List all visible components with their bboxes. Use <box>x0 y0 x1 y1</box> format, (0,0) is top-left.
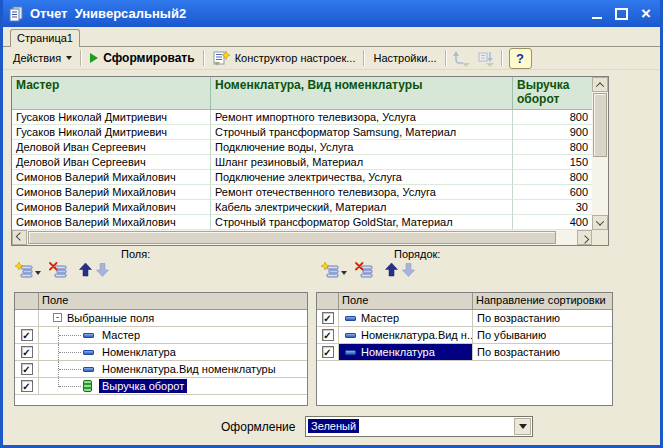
generate-label: Сформировать <box>103 51 194 65</box>
cell-nomenclature[interactable]: Подключение воды, Услуга <box>211 140 513 155</box>
checkbox[interactable]: ✓ <box>21 380 33 392</box>
cell-revenue[interactable]: 150 <box>513 155 592 170</box>
actions-button[interactable]: Действия <box>8 50 77 66</box>
delete-item-icon <box>355 262 374 278</box>
cell-revenue[interactable]: 900 <box>513 125 592 140</box>
cell-revenue[interactable]: 800 <box>513 140 592 155</box>
checkbox[interactable]: ✓ <box>21 346 33 358</box>
cell-revenue[interactable]: 400 <box>513 215 592 230</box>
tree-cell: Мастер <box>39 327 307 343</box>
checkbox[interactable]: ✓ <box>322 312 334 324</box>
tree-item-label[interactable]: Номенклатура.Вид номенклатуры <box>99 362 279 376</box>
minimize-button[interactable] <box>592 8 602 19</box>
tree-expander-icon[interactable]: - <box>53 313 62 322</box>
scrollbar-corner <box>592 230 608 245</box>
cell-revenue[interactable]: 600 <box>513 185 592 200</box>
tab-strip-line <box>3 46 660 47</box>
cell-nomenclature[interactable]: Строчный трансформатор GoldStar, Материа… <box>211 215 513 230</box>
order-field-cell[interactable]: Номенклатура <box>339 344 473 360</box>
order-field-cell[interactable]: Мастер <box>339 310 473 326</box>
checkbox[interactable]: ✓ <box>21 363 33 375</box>
fields-delete-button[interactable] <box>49 262 68 278</box>
scroll-left-button[interactable] <box>12 230 27 245</box>
order-move-down-button[interactable] <box>401 262 416 278</box>
order-list: ✓МастерПо возрастанию✓Номенклатура.Вид н… <box>317 310 612 361</box>
order-direction-cell[interactable]: По возрастанию <box>473 344 612 360</box>
cell-revenue[interactable]: 800 <box>513 170 592 185</box>
cell-nomenclature[interactable]: Ремонт отечественного телевизора, Услуга <box>211 185 513 200</box>
checkbox[interactable]: ✓ <box>21 329 33 341</box>
scroll-up-button[interactable] <box>592 77 608 92</box>
checkbox-column-header[interactable] <box>317 293 339 309</box>
settings-button[interactable]: Настройки... <box>368 50 441 66</box>
vertical-scrollbar[interactable] <box>592 77 608 230</box>
order-delete-button[interactable] <box>355 262 374 278</box>
settings-constructor-button[interactable]: Конструктор настроек... <box>208 48 361 68</box>
field-icon <box>345 350 356 355</box>
cell-nomenclature[interactable]: Шланг резиновый, Материал <box>211 155 513 170</box>
column-header-nomenclature[interactable]: Номенклатура, Вид номенклатуры <box>211 77 513 110</box>
design-combobox[interactable]: Зеленый <box>305 416 533 437</box>
fields-panel: Поле -Выбранные поля✓Мастер✓Номенклатура… <box>14 292 308 406</box>
order-direction-cell[interactable]: По убыванию <box>473 327 612 343</box>
scroll-right-button[interactable] <box>577 230 592 245</box>
horizontal-scrollbar[interactable] <box>12 230 592 245</box>
cell-master[interactable]: Симонов Валерий Михайлович <box>12 200 211 215</box>
cell-nomenclature[interactable]: Подключение электричества, Услуга <box>211 170 513 185</box>
generate-button[interactable]: Сформировать <box>85 49 199 67</box>
tree-item-label[interactable]: Номенклатура <box>99 345 179 359</box>
cell-master[interactable]: Симонов Валерий Михайлович <box>12 185 211 200</box>
chevron-down-icon <box>35 271 41 275</box>
cell-master[interactable]: Симонов Валерий Михайлович <box>12 170 211 185</box>
close-button[interactable]: × <box>641 7 651 21</box>
horizontal-scroll-track[interactable] <box>27 230 577 245</box>
report-row: Деловой Иван СергеевичПодключение воды, … <box>12 140 592 155</box>
tree-item-row: ✓Выручка оборот <box>15 378 307 395</box>
order-move-up-button[interactable] <box>384 262 399 278</box>
cell-master[interactable]: Гусаков Николай Дмитриевич <box>12 110 211 125</box>
checkbox-column-header[interactable] <box>15 293 39 309</box>
cell-revenue[interactable]: 30 <box>513 200 592 215</box>
checkbox[interactable]: ✓ <box>322 346 334 358</box>
tab-page1[interactable]: Страница1 <box>10 29 80 47</box>
vertical-scroll-thumb[interactable] <box>593 93 607 157</box>
report-row: Гусаков Николай ДмитриевичСтрочный транс… <box>12 125 592 140</box>
restore-settings-button[interactable] <box>453 50 471 67</box>
tree-item-label[interactable]: Выручка оборот <box>99 379 187 393</box>
tree-item-label[interactable]: Мастер <box>99 328 143 342</box>
cell-master[interactable]: Гусаков Николай Дмитриевич <box>12 125 211 140</box>
save-settings-button[interactable] <box>477 50 495 67</box>
add-item-icon <box>321 262 340 278</box>
cell-revenue[interactable]: 800 <box>513 110 592 125</box>
order-add-button[interactable] <box>321 262 353 278</box>
fields-move-down-button[interactable] <box>95 262 110 278</box>
cell-nomenclature[interactable]: Строчный трансформатор Samsung, Материал <box>211 125 513 140</box>
field-column-header[interactable]: Поле <box>39 293 307 309</box>
scroll-down-button[interactable] <box>592 215 608 230</box>
maximize-button[interactable] <box>615 8 628 20</box>
order-field-cell[interactable]: Номенклатура.Вид н... <box>339 327 473 343</box>
cell-nomenclature[interactable]: Кабель электрический, Материал <box>211 200 513 215</box>
cell-master[interactable]: Симонов Валерий Михайлович <box>12 215 211 230</box>
settings-label: Настройки... <box>373 52 436 64</box>
titlebar[interactable]: Отчет Универсальный2 × <box>0 0 663 27</box>
fields-add-button[interactable] <box>15 262 47 278</box>
order-direction-cell[interactable]: По возрастанию <box>473 310 612 326</box>
fields-move-up-button[interactable] <box>78 262 93 278</box>
cell-master[interactable]: Деловой Иван Сергеевич <box>12 155 211 170</box>
column-header-revenue[interactable]: Выручка оборот <box>513 77 592 110</box>
cell-nomenclature[interactable]: Ремонт импортного телевизора, Услуга <box>211 110 513 125</box>
design-combobox-value: Зеленый <box>308 419 359 433</box>
combo-dropdown-button[interactable] <box>514 418 531 435</box>
cell-master[interactable]: Деловой Иван Сергеевич <box>12 140 211 155</box>
help-button[interactable]: ? <box>509 48 532 69</box>
toolbar-separator <box>501 50 503 66</box>
tree-root-label[interactable]: Выбранные поля <box>67 311 154 325</box>
checkbox[interactable]: ✓ <box>322 329 334 341</box>
sort-direction-column-header[interactable]: Направление сортировки <box>473 293 612 309</box>
vertical-scroll-track[interactable] <box>592 92 608 215</box>
column-header-master[interactable]: Мастер <box>12 77 211 110</box>
field-column-header[interactable]: Поле <box>339 293 473 309</box>
report-table-body: Гусаков Николай ДмитриевичРемонт импортн… <box>12 110 592 230</box>
horizontal-scroll-thumb[interactable] <box>28 231 556 244</box>
